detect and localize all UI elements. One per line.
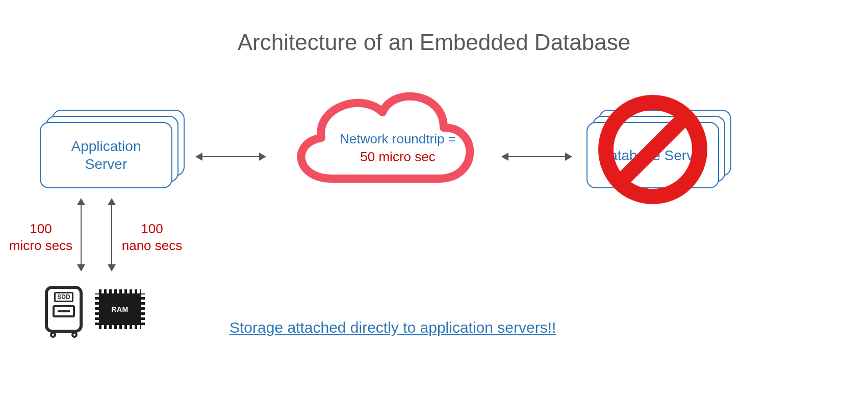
cloud-line2: 50 micro sec bbox=[321, 148, 474, 166]
cloud-line1: Network roundtrip = bbox=[321, 130, 474, 148]
ssd-tag: SDD bbox=[54, 292, 73, 302]
cloud-label: Network roundtrip = 50 micro sec bbox=[321, 130, 474, 166]
ssd-lines bbox=[53, 305, 75, 317]
no-entry-icon bbox=[594, 91, 711, 208]
ram-chip-icon: RAM bbox=[99, 293, 141, 325]
cloud-icon: Network roundtrip = 50 micro sec bbox=[275, 71, 490, 204]
ssd-icon: SDD bbox=[45, 286, 83, 333]
storage-caption: Storage attached directly to application… bbox=[229, 319, 556, 336]
double-v-arrow-icon bbox=[81, 204, 82, 265]
ram-label: RAM bbox=[111, 305, 128, 313]
diagram-title: Architecture of an Embedded Database bbox=[0, 30, 868, 55]
app-server-label: ApplicationServer bbox=[40, 122, 172, 188]
double-v-arrow-icon bbox=[111, 204, 112, 265]
ram-latency-label: 100nano secs bbox=[116, 220, 188, 254]
svg-line-1 bbox=[622, 119, 683, 180]
ssd-latency-label: 100micro secs bbox=[5, 220, 76, 254]
double-h-arrow-icon bbox=[507, 156, 566, 157]
double-h-arrow-icon bbox=[201, 156, 260, 157]
